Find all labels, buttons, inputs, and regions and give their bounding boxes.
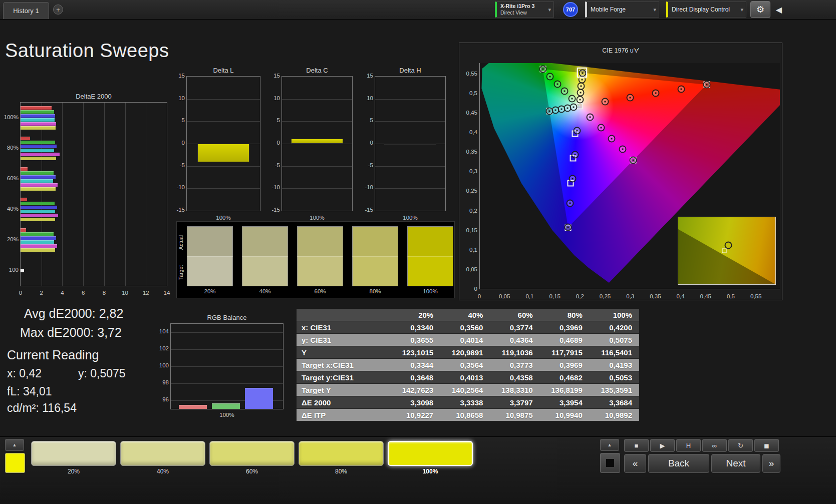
settings-button[interactable]: ⚙ [750, 1, 770, 18]
chart-title: Delta H [375, 67, 445, 74]
table-column-header: 80% [540, 311, 590, 319]
deltae-bar [21, 183, 58, 187]
collapse-panel-button[interactable]: ◀ [773, 3, 784, 16]
cie-measured-point [567, 199, 574, 207]
patch-button-label: 40% [120, 468, 205, 475]
gridline [187, 121, 260, 122]
back-button[interactable]: Back [648, 454, 709, 473]
calman-window: History 1 + X-Rite i1Pro 3 Direct View ▾… [0, 0, 836, 504]
cie-measured-point [564, 224, 572, 231]
tab-history-1[interactable]: History 1 [3, 2, 49, 19]
deltae-bar [21, 137, 30, 140]
table-cell: 3,3338 [440, 398, 490, 407]
deltae-bar [21, 248, 55, 252]
y-tick-label: 10 [356, 95, 373, 101]
gridline [146, 103, 146, 286]
cie-measured-point [574, 127, 581, 134]
blank-pattern-button[interactable]: ◼ [754, 439, 779, 452]
patch-button-100%[interactable] [388, 441, 473, 466]
patch-list-expand-button[interactable]: ▲ [5, 439, 24, 451]
cie-zoom-inset [678, 217, 776, 285]
y-tick-label: 100% [0, 114, 19, 120]
swatch-label: 20% [187, 288, 233, 294]
deltae-bar [21, 145, 57, 148]
deltae-bar [21, 269, 24, 272]
deltae-bar [21, 198, 27, 201]
cie-chart-panel: CIE 1976 u'v' 00,050,10,150,20,250,30,35… [459, 43, 782, 300]
gridline [187, 99, 260, 100]
next-page-button[interactable]: » [762, 454, 780, 473]
deltae-bar [21, 228, 26, 232]
y-tick-label: 0,35 [460, 149, 477, 155]
table-cell: 0,5075 [590, 336, 639, 344]
patch-button-label: 80% [299, 468, 384, 475]
pattern-window-button[interactable] [600, 453, 620, 473]
y-tick-label: -10 [263, 184, 280, 190]
current-y-reading: y: 0,5075 [78, 367, 126, 380]
display-control-dropdown[interactable]: Direct Display Control ▾ [666, 2, 746, 18]
table-cell: 0,3560 [440, 323, 490, 332]
table-row-label: Target y:CIE31 [297, 373, 391, 382]
gridline [125, 103, 126, 286]
controls-expand-button[interactable]: ▲ [600, 439, 619, 451]
play-button[interactable]: ▶ [650, 439, 675, 452]
rgb-bar-red [179, 405, 207, 409]
patch-button-40%[interactable] [120, 441, 205, 466]
table-row: Target x:CIE310,33440,35640,37730,39690,… [297, 359, 639, 371]
table-cell: 117,7915 [540, 348, 590, 357]
patch-button-60%[interactable] [209, 441, 295, 466]
y-tick-label: 0,45 [460, 110, 477, 116]
x-tick-label: 100% [375, 215, 445, 221]
patch-button-20%[interactable] [31, 441, 116, 466]
gridline [187, 166, 260, 167]
table-row: Target y:CIE310,36480,40130,43580,46820,… [297, 371, 639, 384]
display-control-label: Direct Display Control [672, 6, 730, 13]
rgb-bar-green [212, 403, 240, 409]
table-cell: 0,4200 [590, 323, 639, 332]
gridline [171, 366, 283, 367]
inset-measured-point [725, 242, 732, 249]
histogram-button[interactable]: H [676, 439, 701, 452]
add-tab-button[interactable]: + [53, 5, 63, 15]
deltae-bar [21, 110, 54, 114]
cie-measured-point [571, 151, 579, 158]
y-tick-label: 98 [152, 379, 169, 385]
delta-c-chart: Delta C151050-5-10-15100% [282, 76, 353, 211]
refresh-button[interactable]: ↻ [728, 439, 753, 452]
table-row-label: Y [297, 348, 391, 357]
deltae-bar [21, 179, 53, 183]
table-column-header: 20% [391, 311, 440, 319]
swatch-actual [407, 226, 453, 256]
x-tick-label: 0,15 [546, 293, 564, 299]
current-fl-reading: fL: 34,01 [7, 385, 52, 398]
patch-button-80%[interactable] [299, 441, 384, 466]
y-tick-label: 15 [356, 73, 373, 79]
deltae-bar [21, 141, 55, 144]
table-cell: 3,3797 [490, 398, 539, 407]
y-tick-label: 102 [152, 345, 169, 351]
y-tick-label: 10 [168, 95, 185, 101]
inset-target-point [722, 249, 727, 253]
y-tick-label: 100 [0, 267, 19, 273]
pattern-source-dropdown[interactable]: Mobile Forge ▾ [585, 2, 659, 18]
cie-measured-point [545, 108, 553, 115]
meter-dropdown[interactable]: X-Rite i1Pro 3 Direct View ▾ [495, 2, 554, 18]
table-cell: 0,3564 [440, 361, 490, 369]
prev-page-button[interactable]: « [624, 454, 646, 473]
stop-button[interactable]: ■ [624, 439, 649, 452]
y-tick-label: 40% [0, 206, 19, 212]
chevron-down-icon: ▾ [653, 7, 656, 13]
swatch-actual [297, 226, 343, 256]
x-tick-label: 0,2 [571, 293, 589, 299]
gridline [171, 332, 283, 333]
swatch-target [297, 256, 343, 286]
table-row: Target Y142,7623140,2564138,3310136,8199… [297, 384, 639, 396]
next-button[interactable]: Next [711, 454, 760, 473]
table-cell: 0,3655 [391, 336, 440, 344]
rgb-balance-chart: RGB Balance1041021009896100% [170, 323, 284, 409]
continuous-button[interactable]: ∞ [702, 439, 727, 452]
delta-l-chart: Delta L151050-5-10-15100% [186, 76, 260, 211]
table-cell: 138,3310 [490, 386, 539, 394]
y-tick-label: 0,25 [460, 188, 477, 194]
max-de2000-reading: Max dE2000: 3,72 [20, 325, 122, 340]
